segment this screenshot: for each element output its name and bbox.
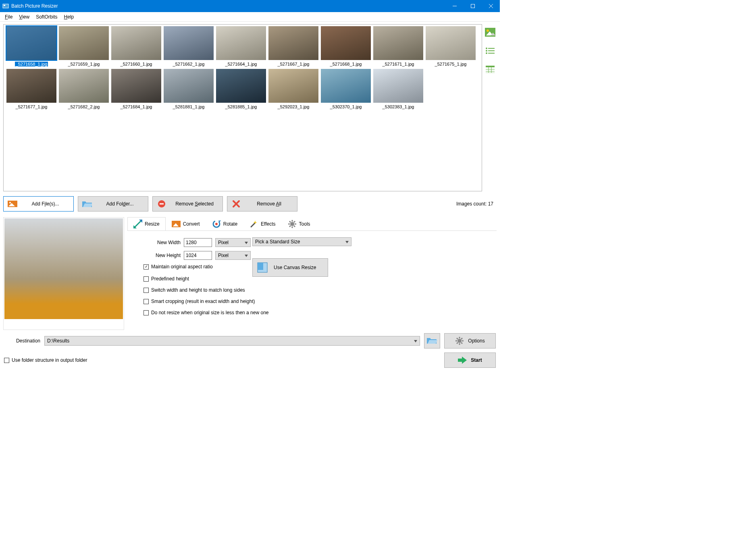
- thumbnail-item[interactable]: _5271675_1.jpg: [424, 26, 477, 66]
- options-button[interactable]: Options: [444, 333, 496, 348]
- tab-resize[interactable]: Resize: [127, 217, 166, 231]
- thumbnail-filename: _5271659_1.jpg: [68, 62, 100, 66]
- tab-convert[interactable]: Convert: [166, 217, 206, 231]
- thumbnail-item[interactable]: _5271667_1.jpg: [267, 26, 320, 66]
- resize-icon: [133, 220, 142, 228]
- canvas-resize-button[interactable]: Use Canvas Resize: [252, 258, 328, 277]
- add-folder-button[interactable]: Add Folder...: [78, 196, 148, 212]
- thumbnail-image: [59, 69, 109, 103]
- tab-tools[interactable]: Tools: [282, 217, 316, 231]
- thumbnail-item[interactable]: _5271682_2.jpg: [58, 69, 110, 109]
- thumbnail-filename: _5271675_1.jpg: [435, 62, 467, 66]
- svg-line-65: [461, 338, 462, 339]
- thumbnail-image: [111, 69, 161, 103]
- thumbnail-filename: _5271667_1.jpg: [278, 62, 310, 66]
- svg-marker-55: [414, 340, 417, 342]
- add-files-button[interactable]: Add File(s)...: [3, 196, 74, 212]
- destination-select[interactable]: D:\Results: [44, 336, 420, 346]
- svg-line-48: [294, 221, 295, 222]
- start-button[interactable]: Start: [444, 353, 496, 368]
- thumbnail-filename: _5281881_1.jpg: [173, 104, 205, 109]
- predefined-height-checkbox[interactable]: Predefined height: [143, 276, 492, 282]
- new-height-input[interactable]: [184, 251, 212, 260]
- svg-point-14: [486, 52, 487, 54]
- no-upscale-checkbox[interactable]: Do not resize when original size is less…: [143, 310, 492, 315]
- thumbnail-image: [6, 26, 56, 60]
- tab-effects[interactable]: Effects: [243, 217, 281, 231]
- app-icon: [2, 3, 9, 9]
- canvas-resize-icon: [257, 262, 268, 273]
- chevron-down-icon: [245, 255, 248, 257]
- thumbnail-grid[interactable]: _5271658_1.jpg_5271659_1.jpg_5271660_1.j…: [3, 24, 482, 191]
- svg-line-47: [294, 226, 295, 227]
- thumbnail-item[interactable]: _5271659_1.jpg: [58, 26, 110, 66]
- height-unit-select[interactable]: Pixel: [215, 251, 251, 260]
- svg-marker-67: [458, 357, 467, 364]
- folder-icon: [82, 200, 92, 208]
- width-unit-select[interactable]: Pixel: [215, 238, 251, 247]
- menu-file[interactable]: File: [2, 12, 16, 22]
- chevron-down-icon: [414, 340, 417, 342]
- svg-rect-11: [488, 48, 495, 49]
- thumbnail-item[interactable]: _5302383_1.jpg: [372, 69, 424, 109]
- menu-view[interactable]: View: [16, 12, 33, 22]
- browse-destination-button[interactable]: [424, 333, 440, 348]
- thumbnail-image: [164, 26, 214, 60]
- menu-help[interactable]: Help: [61, 12, 77, 22]
- standard-size-select[interactable]: Pick a Standard Size: [252, 237, 351, 246]
- view-list-button[interactable]: [485, 45, 496, 56]
- remove-all-button[interactable]: Remove All: [227, 196, 297, 212]
- remove-icon: [157, 200, 166, 208]
- remove-all-icon: [231, 200, 241, 208]
- thumbnail-item[interactable]: _5271658_1.jpg: [5, 26, 58, 66]
- new-width-input[interactable]: [184, 238, 212, 247]
- thumbnail-item[interactable]: _5281885_1.jpg: [215, 69, 267, 109]
- thumbnail-image: [373, 69, 423, 103]
- thumbnail-image: [216, 26, 266, 60]
- svg-line-39: [251, 223, 255, 227]
- tab-rotate[interactable]: Rotate: [206, 217, 243, 231]
- thumbnail-item[interactable]: _5271677_1.jpg: [5, 69, 58, 109]
- maximize-button[interactable]: [464, 0, 482, 12]
- gear-icon: [455, 336, 464, 345]
- thumbnail-image: [59, 26, 109, 60]
- svg-point-38: [215, 223, 218, 225]
- thumbnail-filename: _5271662_1.jpg: [173, 62, 205, 66]
- svg-line-63: [457, 338, 458, 339]
- close-button[interactable]: [482, 0, 500, 12]
- switch-sides-checkbox[interactable]: Switch width and height to match long si…: [143, 287, 492, 293]
- svg-point-23: [9, 202, 11, 203]
- start-arrow-icon: [458, 357, 467, 364]
- svg-marker-37: [218, 220, 221, 222]
- smart-cropping-checkbox[interactable]: Smart cropping (result in exact width an…: [143, 299, 492, 304]
- thumbnail-item[interactable]: _5271684_1.jpg: [110, 69, 162, 109]
- thumbnail-image: [373, 26, 423, 60]
- thumbnail-item[interactable]: _5302370_1.jpg: [320, 69, 372, 109]
- menu-softorbits[interactable]: SoftOrbits: [33, 12, 60, 22]
- preview-image: [4, 218, 123, 319]
- svg-point-10: [486, 48, 487, 49]
- svg-line-49: [289, 226, 291, 227]
- view-thumbnails-button[interactable]: [485, 27, 496, 38]
- minimize-button[interactable]: [445, 0, 464, 12]
- thumbnail-item[interactable]: _5271664_1.jpg: [215, 26, 267, 66]
- thumbnail-item[interactable]: _5271660_1.jpg: [110, 26, 162, 66]
- thumbnail-item[interactable]: _5292023_1.jpg: [267, 69, 320, 109]
- svg-point-12: [486, 50, 487, 52]
- thumbnail-item[interactable]: _5271668_1.jpg: [320, 26, 372, 66]
- thumbnail-filename: _5271668_1.jpg: [330, 62, 362, 66]
- chevron-down-icon: [245, 242, 248, 244]
- view-grid-button[interactable]: [485, 64, 496, 75]
- thumbnail-filename: _5281885_1.jpg: [225, 104, 257, 109]
- thumbnail-filename: _5271664_1.jpg: [225, 62, 257, 66]
- svg-line-46: [289, 221, 291, 222]
- thumbnail-item[interactable]: _5271662_1.jpg: [162, 26, 215, 66]
- thumbnail-item[interactable]: _5281881_1.jpg: [162, 69, 215, 109]
- use-folder-structure-checkbox[interactable]: Use folder structure in output folder: [4, 357, 87, 363]
- remove-selected-button[interactable]: Remove Selected: [152, 196, 223, 212]
- settings-tabs-panel: Resize Convert Rotate Effects Tools: [127, 217, 497, 330]
- thumbnail-item[interactable]: _5271671_1.jpg: [372, 26, 424, 66]
- chevron-down-icon: [345, 241, 349, 243]
- preview-panel: [3, 217, 124, 330]
- rotate-icon: [212, 220, 221, 228]
